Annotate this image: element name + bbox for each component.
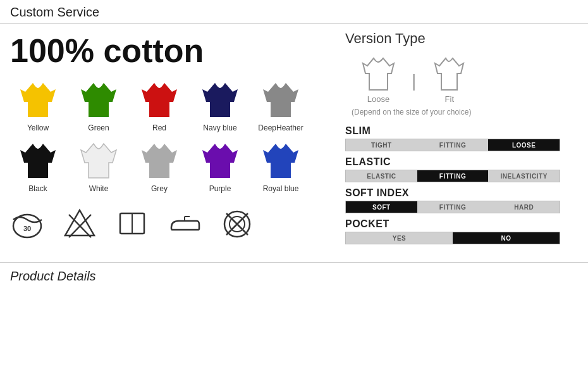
shirt-item-royal-blue: Royal blue [253, 139, 309, 193]
spec-segment-no: NO [453, 232, 560, 244]
shirt-item-yellow: Yellow [10, 78, 66, 132]
shirt-label: Royal blue [263, 184, 299, 193]
shirt-label: Grey [151, 184, 168, 193]
svg-marker-2 [65, 210, 94, 235]
no-tumble-dry-icon [220, 207, 255, 242]
shirt-item-grey: Grey [132, 139, 187, 193]
version-images: Loose | Fit [358, 53, 578, 104]
right-panel: Version Type Loose | Fit [333, 30, 578, 249]
page: Custom Service 100% cotton Yellow Green … [0, 0, 588, 383]
shirt-row-2: Black White Grey Purple Royal blue [10, 139, 326, 193]
page-title: Custom Service [10, 5, 99, 19]
shirt-label: DeepHeather [258, 123, 303, 132]
shirt-item-deepheather: DeepHeather [253, 78, 309, 132]
shirt-label: Purple [209, 184, 231, 193]
version-type-title: Version Type [345, 30, 578, 47]
left-panel: 100% cotton Yellow Green Red Navy blue D… [10, 30, 333, 249]
version-note: (Depend on the size of your choice) [352, 108, 578, 116]
shirt-label: Green [88, 123, 109, 132]
specs-container: SLIMTIGHTFITTINGLOOSEELASTICELASTICFITTI… [345, 125, 578, 244]
main-content: 100% cotton Yellow Green Red Navy blue D… [0, 24, 588, 256]
wash-icon: 30 [10, 207, 45, 242]
spec-segment-tight: TIGHT [346, 139, 417, 151]
shirt-label: Navy blue [203, 123, 236, 132]
spec-bar: SOFTFITTINGHARD [345, 201, 560, 213]
shirt-item-purple: Purple [192, 139, 248, 193]
iron-icon [168, 207, 202, 242]
spec-section-pocket: POCKETYESNO [345, 218, 578, 244]
header: Custom Service [0, 0, 588, 24]
shirt-item-white: White [71, 139, 126, 193]
spec-segment-yes: YES [346, 232, 453, 244]
dry-clean-icon [115, 207, 150, 242]
shirt-item-black: Black [10, 139, 66, 193]
spec-segment-fitting: FITTING [417, 170, 489, 182]
spec-label: POCKET [345, 218, 578, 230]
spec-label: SLIM [345, 125, 578, 137]
shirt-row-1: Yellow Green Red Navy blue DeepHeather [10, 78, 326, 132]
spec-segment-hard: HARD [488, 201, 560, 213]
shirt-item-navy-blue: Navy blue [192, 78, 248, 132]
product-details-section: Product Details [0, 262, 588, 287]
spec-segment-soft: SOFT [346, 201, 417, 213]
version-divider: | [412, 71, 416, 104]
fit-label: Fit [445, 94, 454, 104]
shirt-label: White [89, 184, 109, 193]
spec-section-soft-index: SOFT INDEXSOFTFITTINGHARD [345, 187, 578, 213]
spec-segment-fitting: FITTING [417, 201, 489, 213]
shirt-label: Black [28, 184, 47, 193]
spec-label: ELASTIC [345, 156, 578, 168]
shirt-label: Red [152, 123, 166, 132]
shirt-label: Yellow [27, 123, 49, 132]
care-icons-row: 30 [10, 207, 326, 242]
shirt-item-red: Red [132, 78, 187, 132]
spec-bar: ELASTICFITTINGINELASTICITY [345, 170, 560, 182]
svg-text:30: 30 [23, 225, 31, 232]
spec-segment-inelasticity: INELASTICITY [488, 170, 560, 182]
spec-label: SOFT INDEX [345, 187, 578, 199]
product-details-title: Product Details [10, 269, 96, 283]
spec-bar: YESNO [345, 232, 560, 244]
spec-segment-fitting: FITTING [417, 139, 489, 151]
cotton-label: 100% cotton [10, 33, 326, 69]
spec-section-elastic: ELASTICELASTICFITTINGINELASTICITY [345, 156, 578, 182]
loose-label: Loose [367, 94, 389, 104]
loose-version: Loose [358, 53, 399, 104]
fit-version: Fit [429, 53, 470, 104]
spec-section-slim: SLIMTIGHTFITTINGLOOSE [345, 125, 578, 151]
spec-bar: TIGHTFITTINGLOOSE [345, 139, 560, 151]
shirt-item-green: Green [71, 78, 126, 132]
no-bleach-icon [63, 207, 97, 242]
spec-segment-elastic: ELASTIC [346, 170, 417, 182]
spec-segment-loose: LOOSE [488, 139, 560, 151]
